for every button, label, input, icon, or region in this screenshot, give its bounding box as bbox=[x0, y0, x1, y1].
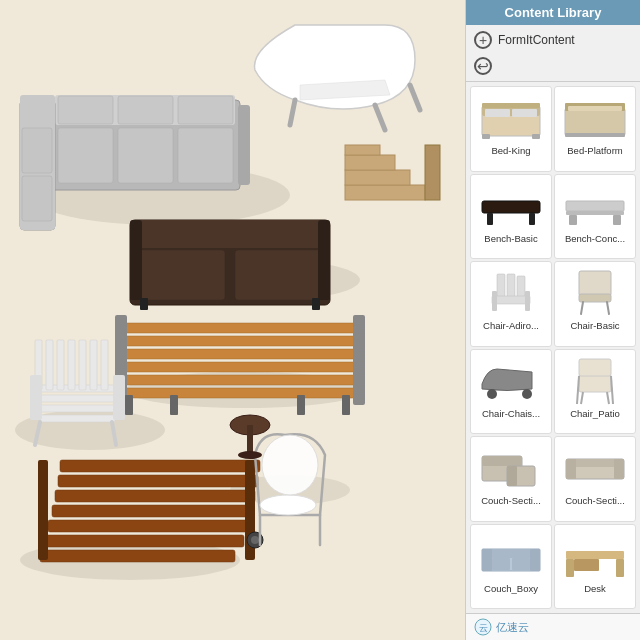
svg-rect-44 bbox=[40, 395, 115, 402]
svg-point-69 bbox=[260, 495, 316, 515]
svg-rect-50 bbox=[68, 340, 75, 390]
content-item-bed-platform[interactable]: Bed-Platform bbox=[554, 86, 636, 172]
svg-rect-103 bbox=[579, 271, 611, 296]
svg-rect-96 bbox=[613, 215, 621, 225]
add-icon: + bbox=[474, 31, 492, 49]
svg-rect-62 bbox=[48, 520, 248, 532]
content-item-bench-basic[interactable]: Bench-Basic bbox=[470, 174, 552, 260]
svg-rect-53 bbox=[101, 340, 108, 390]
svg-rect-51 bbox=[79, 340, 86, 390]
content-item-chair-chais[interactable]: Chair-Chais... bbox=[470, 349, 552, 435]
svg-rect-52 bbox=[90, 340, 97, 390]
content-item-desk[interactable]: Desk bbox=[554, 524, 636, 610]
svg-rect-34 bbox=[120, 362, 360, 372]
bed-king-label: Bed-King bbox=[491, 145, 530, 156]
content-item-couch-secti1[interactable]: Couch-Secti... bbox=[470, 436, 552, 522]
bed-platform-preview bbox=[561, 91, 629, 143]
content-item-chair-patio[interactable]: Chair_Patio bbox=[554, 349, 636, 435]
content-item-chair-basic[interactable]: Chair-Basic bbox=[554, 261, 636, 347]
canvas-area bbox=[0, 0, 465, 640]
svg-rect-122 bbox=[614, 459, 624, 479]
svg-rect-125 bbox=[482, 549, 492, 571]
svg-rect-101 bbox=[492, 291, 497, 311]
svg-rect-130 bbox=[566, 559, 574, 577]
svg-rect-58 bbox=[60, 460, 260, 472]
content-item-couch-secti2[interactable]: Couch-Secti... bbox=[554, 436, 636, 522]
sidebar-title: Content Library bbox=[505, 5, 602, 20]
svg-rect-89 bbox=[565, 133, 625, 137]
svg-rect-13 bbox=[118, 128, 173, 183]
svg-rect-48 bbox=[46, 340, 53, 390]
svg-rect-9 bbox=[58, 96, 113, 124]
svg-rect-126 bbox=[530, 549, 540, 571]
svg-rect-60 bbox=[55, 490, 255, 502]
bench-conc-preview bbox=[561, 179, 629, 231]
content-item-couch-boxy[interactable]: Couch_Boxy bbox=[470, 524, 552, 610]
content-item-bench-conc[interactable]: Bench-Conc... bbox=[554, 174, 636, 260]
svg-rect-102 bbox=[525, 291, 530, 311]
svg-rect-83 bbox=[482, 103, 540, 108]
chair-chais-label: Chair-Chais... bbox=[482, 408, 540, 419]
svg-rect-116 bbox=[482, 456, 522, 466]
svg-point-70 bbox=[262, 435, 318, 495]
svg-rect-90 bbox=[482, 201, 540, 213]
svg-rect-81 bbox=[485, 109, 510, 117]
yiyun-logo-text: 亿速云 bbox=[496, 620, 529, 635]
svg-rect-18 bbox=[22, 176, 52, 221]
svg-point-73 bbox=[238, 451, 262, 459]
add-content-button[interactable]: + FormItContent bbox=[474, 29, 632, 51]
svg-rect-94 bbox=[566, 211, 624, 215]
svg-rect-85 bbox=[532, 134, 540, 139]
desk-preview bbox=[561, 529, 629, 581]
sidebar-footer: 云 亿速云 bbox=[466, 613, 640, 640]
couch-boxy-label: Couch_Boxy bbox=[484, 583, 538, 594]
svg-rect-64 bbox=[40, 550, 235, 562]
couch-secti1-preview bbox=[477, 441, 545, 493]
svg-rect-32 bbox=[120, 336, 360, 346]
svg-rect-40 bbox=[170, 395, 178, 415]
sidebar-actions: + FormItContent ↩ bbox=[466, 25, 640, 82]
svg-rect-74 bbox=[345, 185, 425, 200]
svg-rect-86 bbox=[565, 109, 625, 135]
svg-rect-35 bbox=[120, 375, 360, 385]
chair-basic-preview bbox=[561, 266, 629, 318]
svg-rect-31 bbox=[120, 323, 360, 333]
svg-rect-128 bbox=[512, 558, 530, 570]
svg-rect-75 bbox=[345, 170, 410, 185]
svg-rect-12 bbox=[58, 128, 113, 183]
svg-line-105 bbox=[581, 302, 583, 314]
couch-secti2-preview bbox=[561, 441, 629, 493]
svg-rect-24 bbox=[130, 220, 330, 248]
svg-rect-45 bbox=[40, 405, 115, 412]
svg-rect-100 bbox=[492, 296, 530, 304]
svg-rect-110 bbox=[579, 359, 611, 376]
back-button[interactable]: ↩ bbox=[474, 55, 632, 77]
bed-king-preview bbox=[477, 91, 545, 143]
svg-rect-92 bbox=[529, 213, 535, 225]
svg-point-68 bbox=[251, 536, 259, 544]
svg-rect-54 bbox=[30, 375, 42, 420]
svg-rect-10 bbox=[118, 96, 173, 124]
couch-secti1-label: Couch-Secti... bbox=[481, 495, 541, 506]
bed-platform-label: Bed-Platform bbox=[567, 145, 622, 156]
yiyun-logo-icon: 云 bbox=[474, 618, 492, 636]
svg-rect-28 bbox=[318, 220, 330, 300]
svg-rect-61 bbox=[52, 505, 252, 517]
chair-adiro-label: Chair-Adiro... bbox=[483, 320, 539, 331]
content-item-bed-king[interactable]: Bed-King bbox=[470, 86, 552, 172]
svg-text:云: 云 bbox=[479, 623, 488, 633]
chair-patio-label: Chair_Patio bbox=[570, 408, 620, 419]
back-icon: ↩ bbox=[474, 57, 492, 75]
svg-rect-19 bbox=[238, 105, 250, 185]
svg-rect-26 bbox=[235, 250, 325, 300]
desk-label: Desk bbox=[584, 583, 606, 594]
svg-rect-65 bbox=[38, 460, 48, 560]
svg-line-113 bbox=[577, 376, 579, 404]
svg-rect-59 bbox=[58, 475, 258, 487]
svg-rect-121 bbox=[566, 459, 576, 479]
bench-basic-preview bbox=[477, 179, 545, 231]
couch-boxy-preview bbox=[477, 529, 545, 581]
svg-rect-27 bbox=[130, 220, 142, 300]
svg-rect-41 bbox=[297, 395, 305, 415]
content-item-chair-adiro[interactable]: Chair-Adiro... bbox=[470, 261, 552, 347]
